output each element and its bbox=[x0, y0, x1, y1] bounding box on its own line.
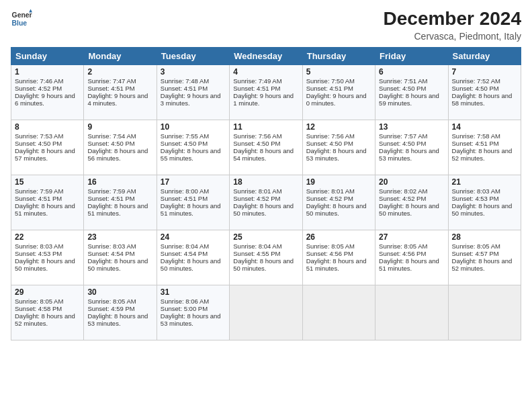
calendar-cell: 8Sunrise: 7:53 AMSunset: 4:50 PMDaylight… bbox=[11, 120, 84, 175]
sunset-text: Sunset: 4:54 PM bbox=[87, 250, 152, 257]
sunset-text: Sunset: 4:52 PM bbox=[233, 195, 298, 202]
sunset-text: Sunset: 4:51 PM bbox=[87, 85, 152, 92]
title-block: December 2024 Cervasca, Piedmont, Italy bbox=[384, 8, 521, 42]
day-number: 10 bbox=[161, 122, 226, 132]
daylight-text: Daylight: 8 hours and 59 minutes. bbox=[379, 92, 444, 107]
sunset-text: Sunset: 4:51 PM bbox=[306, 85, 371, 92]
daylight-text: Daylight: 8 hours and 56 minutes. bbox=[87, 147, 152, 162]
day-number: 9 bbox=[87, 122, 152, 132]
sunrise-text: Sunrise: 8:03 AM bbox=[452, 187, 517, 195]
sunrise-text: Sunrise: 8:06 AM bbox=[161, 298, 226, 305]
sunset-text: Sunset: 4:50 PM bbox=[15, 140, 80, 147]
day-number: 31 bbox=[161, 287, 226, 297]
sunrise-text: Sunrise: 8:05 AM bbox=[452, 242, 517, 250]
sunset-text: Sunset: 4:50 PM bbox=[161, 140, 226, 147]
day-number: 25 bbox=[233, 232, 298, 242]
sunset-text: Sunset: 4:52 PM bbox=[379, 195, 444, 202]
sunrise-text: Sunrise: 8:04 AM bbox=[161, 242, 226, 250]
calendar-cell: 15Sunrise: 7:59 AMSunset: 4:51 PMDayligh… bbox=[11, 175, 84, 230]
daylight-text: Daylight: 8 hours and 52 minutes. bbox=[452, 147, 517, 162]
daylight-text: Daylight: 8 hours and 52 minutes. bbox=[452, 257, 517, 272]
daylight-text: Daylight: 8 hours and 51 minutes. bbox=[161, 202, 226, 217]
col-header-friday: Friday bbox=[375, 48, 448, 65]
location-title: Cervasca, Piedmont, Italy bbox=[384, 31, 521, 42]
sunset-text: Sunset: 4:50 PM bbox=[87, 140, 152, 147]
calendar-cell: 10Sunrise: 7:55 AMSunset: 4:50 PMDayligh… bbox=[157, 120, 229, 175]
daylight-text: Daylight: 8 hours and 50 minutes. bbox=[15, 257, 80, 272]
daylight-text: Daylight: 9 hours and 0 minutes. bbox=[306, 92, 371, 107]
calendar-header-row: SundayMondayTuesdayWednesdayThursdayFrid… bbox=[11, 48, 521, 65]
calendar-cell: 4Sunrise: 7:49 AMSunset: 4:51 PMDaylight… bbox=[230, 65, 302, 120]
sunset-text: Sunset: 4:58 PM bbox=[15, 305, 80, 312]
daylight-text: Daylight: 8 hours and 55 minutes. bbox=[161, 147, 226, 162]
daylight-text: Daylight: 9 hours and 6 minutes. bbox=[15, 92, 80, 107]
day-number: 7 bbox=[452, 67, 517, 77]
calendar-week-row: 1Sunrise: 7:46 AMSunset: 4:52 PMDaylight… bbox=[11, 65, 521, 120]
daylight-text: Daylight: 8 hours and 50 minutes. bbox=[306, 202, 371, 217]
calendar-cell: 23Sunrise: 8:03 AMSunset: 4:54 PMDayligh… bbox=[84, 230, 157, 285]
daylight-text: Daylight: 9 hours and 3 minutes. bbox=[161, 92, 226, 107]
sunset-text: Sunset: 4:50 PM bbox=[306, 140, 371, 147]
sunrise-text: Sunrise: 7:51 AM bbox=[379, 77, 444, 85]
calendar-cell: 2Sunrise: 7:47 AMSunset: 4:51 PMDaylight… bbox=[84, 65, 157, 120]
calendar-week-row: 29Sunrise: 8:05 AMSunset: 4:58 PMDayligh… bbox=[11, 285, 521, 340]
calendar-cell bbox=[375, 285, 448, 340]
daylight-text: Daylight: 9 hours and 4 minutes. bbox=[87, 92, 152, 107]
sunrise-text: Sunrise: 8:04 AM bbox=[233, 242, 298, 250]
day-number: 18 bbox=[233, 177, 298, 187]
calendar-cell bbox=[230, 285, 302, 340]
sunrise-text: Sunrise: 8:05 AM bbox=[379, 242, 444, 250]
day-number: 21 bbox=[452, 177, 517, 187]
sunset-text: Sunset: 5:00 PM bbox=[161, 305, 226, 312]
day-number: 2 bbox=[87, 67, 152, 77]
sunrise-text: Sunrise: 8:01 AM bbox=[306, 187, 371, 195]
day-number: 11 bbox=[233, 122, 298, 132]
calendar-week-row: 8Sunrise: 7:53 AMSunset: 4:50 PMDaylight… bbox=[11, 120, 521, 175]
sunrise-text: Sunrise: 8:02 AM bbox=[379, 187, 444, 195]
col-header-monday: Monday bbox=[84, 48, 157, 65]
calendar-cell: 25Sunrise: 8:04 AMSunset: 4:55 PMDayligh… bbox=[230, 230, 302, 285]
calendar-cell: 17Sunrise: 8:00 AMSunset: 4:51 PMDayligh… bbox=[157, 175, 229, 230]
day-number: 20 bbox=[379, 177, 444, 187]
svg-text:Blue: Blue bbox=[12, 19, 28, 27]
daylight-text: Daylight: 8 hours and 50 minutes. bbox=[379, 202, 444, 217]
sunrise-text: Sunrise: 8:00 AM bbox=[161, 187, 226, 195]
daylight-text: Daylight: 8 hours and 50 minutes. bbox=[233, 257, 298, 272]
sunrise-text: Sunrise: 8:05 AM bbox=[87, 298, 152, 305]
calendar-week-row: 15Sunrise: 7:59 AMSunset: 4:51 PMDayligh… bbox=[11, 175, 521, 230]
calendar-cell: 5Sunrise: 7:50 AMSunset: 4:51 PMDaylight… bbox=[302, 65, 375, 120]
daylight-text: Daylight: 8 hours and 52 minutes. bbox=[15, 312, 80, 327]
day-number: 24 bbox=[161, 232, 226, 242]
calendar-cell: 22Sunrise: 8:03 AMSunset: 4:53 PMDayligh… bbox=[11, 230, 84, 285]
sunrise-text: Sunrise: 8:01 AM bbox=[233, 187, 298, 195]
day-number: 8 bbox=[15, 122, 80, 132]
sunset-text: Sunset: 4:53 PM bbox=[15, 250, 80, 257]
day-number: 23 bbox=[87, 232, 152, 242]
svg-marker-2 bbox=[29, 9, 32, 13]
sunrise-text: Sunrise: 7:59 AM bbox=[15, 187, 80, 195]
month-title: December 2024 bbox=[384, 8, 521, 30]
calendar-cell: 27Sunrise: 8:05 AMSunset: 4:56 PMDayligh… bbox=[375, 230, 448, 285]
calendar-cell: 30Sunrise: 8:05 AMSunset: 4:59 PMDayligh… bbox=[84, 285, 157, 340]
calendar-cell: 7Sunrise: 7:52 AMSunset: 4:50 PMDaylight… bbox=[448, 65, 521, 120]
day-number: 14 bbox=[452, 122, 517, 132]
sunrise-text: Sunrise: 7:57 AM bbox=[379, 132, 444, 140]
daylight-text: Daylight: 8 hours and 50 minutes. bbox=[452, 202, 517, 217]
sunrise-text: Sunrise: 7:50 AM bbox=[306, 77, 371, 85]
sunrise-text: Sunrise: 8:03 AM bbox=[15, 242, 80, 250]
calendar-cell: 3Sunrise: 7:48 AMSunset: 4:51 PMDaylight… bbox=[157, 65, 229, 120]
day-number: 19 bbox=[306, 177, 371, 187]
calendar-table: SundayMondayTuesdayWednesdayThursdayFrid… bbox=[11, 47, 521, 340]
day-number: 13 bbox=[379, 122, 444, 132]
sunset-text: Sunset: 4:51 PM bbox=[161, 195, 226, 202]
daylight-text: Daylight: 8 hours and 50 minutes. bbox=[161, 257, 226, 272]
col-header-sunday: Sunday bbox=[11, 48, 84, 65]
sunrise-text: Sunrise: 7:59 AM bbox=[87, 187, 152, 195]
sunrise-text: Sunrise: 8:03 AM bbox=[87, 242, 152, 250]
sunset-text: Sunset: 4:52 PM bbox=[306, 195, 371, 202]
daylight-text: Daylight: 8 hours and 53 minutes. bbox=[306, 147, 371, 162]
sunset-text: Sunset: 4:56 PM bbox=[379, 250, 444, 257]
sunrise-text: Sunrise: 7:46 AM bbox=[15, 77, 80, 85]
day-number: 4 bbox=[233, 67, 298, 77]
sunrise-text: Sunrise: 7:52 AM bbox=[452, 77, 517, 85]
